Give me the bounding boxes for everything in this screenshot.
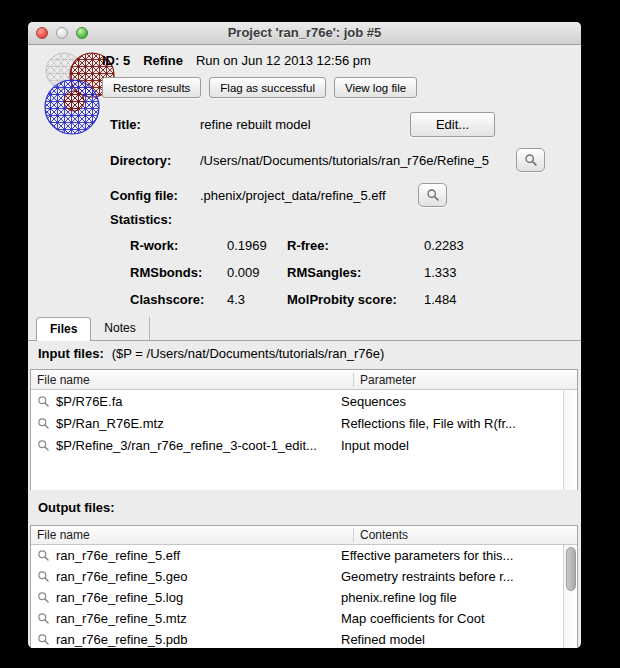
stat-label: RMSbonds: <box>130 265 227 280</box>
output-file-contents: Refined model <box>333 632 425 647</box>
input-file-row[interactable]: $P/Refine_3/ran_r76e_refine_3-coot-1_edi… <box>31 434 577 456</box>
close-button[interactable] <box>36 27 48 39</box>
row-magnifier-icon <box>37 439 50 452</box>
row-magnifier-icon <box>37 570 50 583</box>
output-file-row[interactable]: ran_r76e_refine_5.pdb Refined model <box>31 629 577 648</box>
traffic-lights <box>36 27 88 39</box>
output-file-name: ran_r76e_refine_5.geo <box>56 569 188 584</box>
input-file-row[interactable]: $P/R76E.fa Sequences <box>31 390 577 412</box>
stat-label: R-work: <box>130 238 227 253</box>
row-magnifier-icon <box>37 633 50 646</box>
output-table-scrollbar-track[interactable] <box>563 545 577 648</box>
job-header-line: ID: 5 Refine Run on Jun 12 2013 12:56 pm <box>102 53 371 68</box>
stat-value: 4.3 <box>227 292 287 307</box>
stat-label: MolProbity score: <box>287 292 424 307</box>
output-file-row[interactable]: ran_r76e_refine_5.geo Geometry restraint… <box>31 566 577 587</box>
row-magnifier-icon <box>37 591 50 604</box>
magnifier-icon <box>524 153 538 167</box>
input-files-path-note: ($P = /Users/nat/Documents/tutorials/ran… <box>112 346 385 361</box>
input-file-name: $P/R76E.fa <box>56 394 123 409</box>
output-file-name: ran_r76e_refine_5.eff <box>56 548 180 563</box>
red-mesh-blob <box>64 91 84 111</box>
tab-files[interactable]: Files <box>36 317 91 341</box>
row-magnifier-icon <box>37 395 50 408</box>
output-table-scrollbar-thumb[interactable] <box>566 547 576 591</box>
input-file-row[interactable]: $P/Ran_R76E.mtz Reflections file, File w… <box>31 412 577 434</box>
zoom-button[interactable] <box>76 27 88 39</box>
input-table-scrollbar-track[interactable] <box>563 390 577 490</box>
output-file-row[interactable]: ran_r76e_refine_5.eff Effective paramete… <box>31 545 577 566</box>
stat-label: Clashscore: <box>130 292 227 307</box>
row-magnifier-icon <box>37 549 50 562</box>
output-file-name: ran_r76e_refine_5.log <box>56 590 183 605</box>
directory-label: Directory: <box>110 153 200 168</box>
input-file-name: $P/Refine_3/ran_r76e_refine_3-coot-1_edi… <box>56 438 317 453</box>
output-table-body: ran_r76e_refine_5.eff Effective paramete… <box>31 545 577 648</box>
stat-label: R-free: <box>287 238 424 253</box>
output-files-table: File name Contents <box>30 525 578 648</box>
stat-value: 1.484 <box>424 292 464 307</box>
input-files-label: Input files: <box>38 346 104 361</box>
output-file-contents: Geometry restraints before r... <box>333 569 514 584</box>
output-file-contents: Map coefficients for Coot <box>333 611 485 626</box>
directory-value: /Users/nat/Documents/tutorials/ran_r76e/… <box>200 153 516 168</box>
column-header-file-name: File name <box>31 373 353 387</box>
window-title: Project 'ran_r76e': job #5 <box>28 22 581 43</box>
edit-title-button[interactable]: Edit... <box>410 112 495 137</box>
stat-label: RMSangles: <box>287 265 424 280</box>
config-file-label: Config file: <box>110 188 200 203</box>
output-files-label: Output files: <box>38 500 115 515</box>
output-file-row[interactable]: ran_r76e_refine_5.mtz Map coefficients f… <box>31 608 577 629</box>
tab-notes[interactable]: Notes <box>91 317 149 340</box>
stat-value: 0.1969 <box>227 238 287 253</box>
output-table-header: File name Contents <box>31 526 577 545</box>
output-file-name: ran_r76e_refine_5.pdb <box>56 632 188 647</box>
job-run-info: Run on Jun 12 2013 12:56 pm <box>196 53 371 68</box>
restore-results-button[interactable]: Restore results <box>102 77 201 98</box>
statistics-label: Statistics: <box>110 212 172 227</box>
browse-directory-button[interactable] <box>516 148 545 172</box>
column-header-file-name: File name <box>31 528 353 542</box>
view-config-button[interactable] <box>418 183 447 207</box>
config-file-value: .phenix/project_data/refine_5.eff <box>200 188 418 203</box>
job-program: Refine <box>143 53 183 68</box>
output-file-contents: phenix.refine log file <box>333 590 457 605</box>
window-titlebar[interactable]: Project 'ran_r76e': job #5 <box>28 22 581 45</box>
statistics-grid: R-work: 0.1969 R-free: 0.2283 RMSbonds: … <box>130 238 464 319</box>
column-header-contents: Contents <box>353 528 541 542</box>
output-file-row[interactable]: ran_r76e_refine_5.log phenix.refine log … <box>31 587 577 608</box>
stat-value: 0.009 <box>227 265 287 280</box>
job-action-buttons: Restore results Flag as successful View … <box>102 77 417 98</box>
input-file-parameter: Input model <box>333 438 409 453</box>
magnifier-icon <box>426 188 440 202</box>
view-log-file-button[interactable]: View log file <box>334 77 417 98</box>
desktop-background: Project 'ran_r76e': job #5 <box>0 0 620 668</box>
input-table-body: $P/R76E.fa Sequences <box>31 390 577 490</box>
flag-successful-button[interactable]: Flag as successful <box>209 77 326 98</box>
input-file-parameter: Sequences <box>333 394 406 409</box>
input-file-name: $P/Ran_R76E.mtz <box>56 416 164 431</box>
title-value: refine rebuilt model <box>200 117 311 132</box>
column-header-parameter: Parameter <box>353 373 541 387</box>
job-detail-window: Project 'ran_r76e': job #5 <box>28 22 581 648</box>
output-file-name: ran_r76e_refine_5.mtz <box>56 611 187 626</box>
job-id-label: ID: 5 <box>102 53 130 68</box>
output-file-contents: Effective parameters for this... <box>333 548 513 563</box>
row-magnifier-icon <box>37 417 50 430</box>
input-files-table: File name Parameter <box>30 369 578 490</box>
input-table-header: File name Parameter <box>31 370 577 390</box>
window-content: ID: 5 Refine Run on Jun 12 2013 12:56 pm… <box>28 45 581 648</box>
notebook-tabbar: Files Notes <box>28 317 581 341</box>
stat-value: 0.2283 <box>424 238 464 253</box>
stat-value: 1.333 <box>424 265 464 280</box>
input-file-parameter: Reflections file, File with R(fr... <box>333 416 516 431</box>
row-magnifier-icon <box>37 612 50 625</box>
minimize-button[interactable] <box>56 27 68 39</box>
title-label: Title: <box>110 117 200 132</box>
